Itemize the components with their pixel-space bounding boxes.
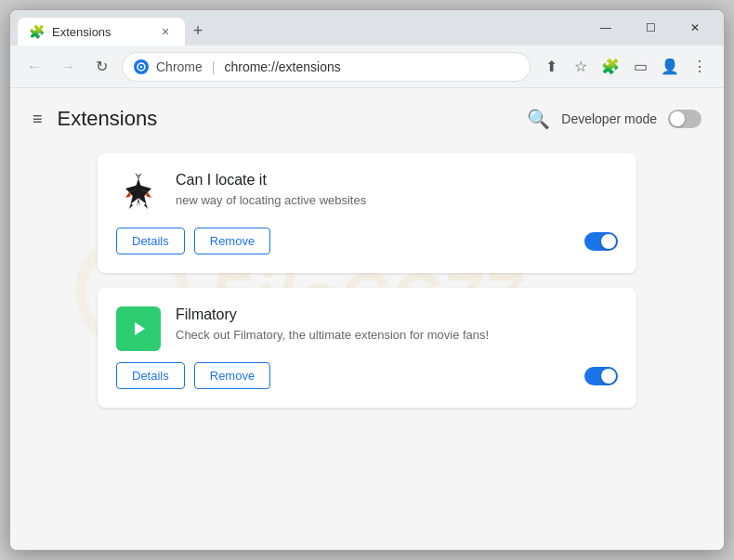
bookmark-button[interactable]: ☆ [568, 54, 594, 80]
url-path: chrome://extensions [224, 59, 340, 74]
extension-card-can-i-locate-it: Can I locate it new way of locating acti… [98, 153, 636, 273]
title-bar: 🧩 Extensions × + — ☐ ✕ [10, 10, 724, 46]
details-button-can-i-locate-it[interactable]: Details [116, 228, 185, 254]
extension-toggle-filmatory[interactable] [584, 367, 618, 385]
svg-marker-9 [135, 173, 138, 176]
extension-info-can-i-locate-it: Can I locate it new way of locating acti… [176, 172, 618, 209]
extension-icon-filmatory [116, 306, 161, 351]
close-button[interactable]: ✕ [674, 13, 716, 43]
developer-mode-toggle[interactable] [668, 110, 701, 128]
svg-marker-12 [144, 203, 148, 209]
maximize-button[interactable]: ☐ [629, 13, 672, 43]
browser-window: 🧩 Extensions × + — ☐ ✕ ← → ↻ Chrome [9, 9, 725, 551]
url-domain: Chrome [156, 59, 203, 74]
remove-button-filmatory[interactable]: Remove [194, 362, 270, 389]
back-button[interactable]: ← [21, 54, 47, 80]
extension-desc-can-i-locate-it: new way of locating active websites [176, 192, 618, 209]
active-tab[interactable]: 🧩 Extensions × [18, 18, 185, 46]
extensions-header: ≡ Extensions 🔍 Developer mode [33, 107, 701, 131]
extension-name-can-i-locate-it: Can I locate it [176, 172, 618, 189]
developer-mode-label: Developer mode [561, 111, 657, 126]
url-bar[interactable]: Chrome | chrome://extensions [122, 52, 531, 82]
card-top-filmatory: Filmatory Check out Filmatory, the ultim… [116, 306, 618, 351]
address-bar: ← → ↻ Chrome | chrome://extensions ⬆ ☆ 🧩… [10, 46, 724, 88]
extension-info-filmatory: Filmatory Check out Filmatory, the ultim… [176, 306, 618, 344]
toggle-knob [601, 369, 616, 384]
card-bottom-filmatory: Details Remove [116, 362, 618, 389]
toggle-knob [670, 111, 685, 126]
header-left: ≡ Extensions [33, 107, 157, 131]
tab-close-button[interactable]: × [157, 23, 174, 40]
new-tab-button[interactable]: + [185, 18, 211, 44]
profile-button[interactable]: 👤 [657, 54, 683, 80]
share-button[interactable]: ⬆ [538, 54, 564, 80]
sidebar-button[interactable]: ▭ [627, 54, 653, 80]
remove-button-can-i-locate-it[interactable]: Remove [194, 228, 270, 254]
svg-marker-8 [137, 176, 140, 179]
hamburger-icon[interactable]: ≡ [33, 110, 43, 129]
toolbar-icons: ⬆ ☆ 🧩 ▭ 👤 ⋮ [538, 54, 713, 80]
extension-name-filmatory: Filmatory [176, 306, 618, 323]
tab-extensions-icon: 🧩 [29, 24, 45, 39]
extension-desc-filmatory: Check out Filmatory, the ultimate extens… [176, 327, 618, 344]
svg-point-2 [140, 65, 142, 67]
card-bottom-can-i-locate-it: Details Remove [116, 228, 618, 254]
header-right: 🔍 Developer mode [527, 108, 701, 130]
svg-marker-10 [138, 173, 142, 176]
menu-button[interactable]: ⋮ [687, 54, 713, 80]
site-favicon [134, 59, 149, 74]
svg-marker-13 [137, 198, 140, 207]
extension-toggle-can-i-locate-it[interactable] [584, 232, 618, 251]
toggle-wrap-filmatory [584, 367, 618, 385]
svg-marker-11 [129, 203, 133, 209]
page-title: Extensions [58, 107, 158, 131]
extension-icon-can-i-locate-it [116, 172, 161, 216]
card-top: Can I locate it new way of locating acti… [116, 172, 618, 216]
extension-card-filmatory: Filmatory Check out Filmatory, the ultim… [98, 288, 636, 408]
minimize-button[interactable]: — [584, 13, 627, 43]
toggle-knob [601, 234, 616, 249]
forward-button[interactable]: → [55, 54, 81, 80]
svg-marker-16 [135, 322, 145, 335]
page-content: FileCC77 ≡ Extensions 🔍 Developer mode [10, 88, 724, 550]
filmatory-icon [116, 306, 161, 351]
search-icon[interactable]: 🔍 [527, 108, 550, 130]
extensions-button[interactable]: 🧩 [597, 54, 623, 80]
window-controls: — ☐ ✕ [584, 13, 716, 43]
tab-area: 🧩 Extensions × + [18, 10, 573, 46]
reload-button[interactable]: ↻ [88, 54, 114, 80]
tab-label: Extensions [52, 25, 111, 39]
details-button-filmatory[interactable]: Details [116, 362, 185, 389]
toggle-wrap-can-i-locate-it [584, 232, 618, 251]
url-separator: | [212, 59, 216, 74]
extensions-page: ≡ Extensions 🔍 Developer mode [10, 88, 724, 441]
